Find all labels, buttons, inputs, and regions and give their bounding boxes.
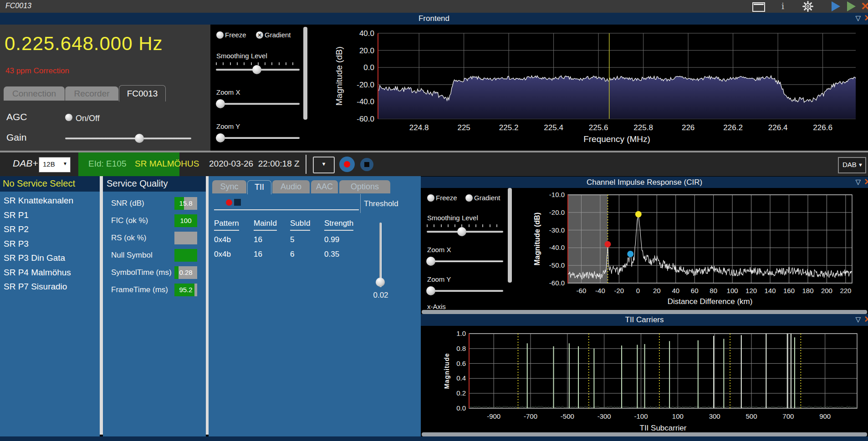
service-list-item[interactable]: SR P1	[4, 210, 29, 220]
tick-label: 20	[653, 287, 661, 294]
chevron-down-icon: ▼	[858, 162, 863, 167]
tab-sync[interactable]: Sync	[212, 180, 246, 193]
zoom-y-slider[interactable]	[427, 290, 503, 292]
panel-divider[interactable]	[100, 176, 103, 435]
tick-label: -30.0	[549, 226, 565, 234]
frontend-collapse-icon[interactable]: ▽	[855, 14, 861, 22]
record-playback-icon[interactable]	[847, 1, 856, 11]
close-icon[interactable]: ✕	[861, 0, 868, 13]
record-options-dropdown[interactable]: ▼	[313, 157, 335, 173]
zoom-x-label: Zoom X	[216, 88, 240, 96]
chevron-down-icon: ▼	[63, 161, 67, 166]
tii-carriers-close-icon[interactable]: ✕	[864, 314, 868, 324]
frontend-close-icon[interactable]: ✕	[864, 13, 868, 23]
freeze-label: Freeze	[225, 31, 246, 39]
yellow-marker	[635, 211, 642, 218]
tick-label: -100	[634, 412, 648, 420]
threshold-slider-handle[interactable]	[376, 278, 385, 287]
tick-label: 120	[745, 287, 757, 294]
quality-badge-value	[174, 232, 197, 244]
controls-scrollbar[interactable]	[303, 27, 307, 120]
tab-aac[interactable]: AAC	[311, 180, 338, 193]
tick-label: -500	[561, 412, 574, 420]
service-quality-panel: Service Quality SNR (dB)15.8FIC (ok %)10…	[103, 176, 206, 436]
tab-fc0013[interactable]: FC0013	[119, 85, 166, 101]
tick-label: 40	[672, 287, 679, 294]
freeze-toggle[interactable]	[216, 31, 224, 39]
service-list-item[interactable]: SR P7 Sisuradio	[4, 282, 67, 292]
zoom-x-slider-handle[interactable]	[216, 99, 225, 108]
zoom-x-slider-handle[interactable]	[426, 257, 435, 266]
red-marker	[604, 241, 611, 248]
tick-label: 160	[783, 287, 795, 294]
service-list-item[interactable]: SR P3 Din Gata	[4, 253, 65, 263]
bottom-strip	[0, 436, 868, 441]
tick-label: 80	[710, 287, 717, 294]
quality-row-label: FIC (ok %)	[111, 216, 148, 225]
zoom-y-label: Zoom Y	[427, 275, 451, 283]
zoom-y-slider[interactable]	[216, 137, 300, 139]
quality-badge: 100	[174, 214, 197, 227]
tick-label: 0.2	[456, 389, 466, 397]
info-icon[interactable]: i	[781, 1, 784, 11]
service-list-item[interactable]: SR Knattekanalen	[4, 196, 73, 206]
controls-scrollbar[interactable]	[508, 188, 512, 283]
service-list-item[interactable]: SR P4 Malmöhus	[4, 268, 71, 278]
service-list-item[interactable]: SR P2	[4, 224, 29, 234]
tick-label: 0.0	[456, 404, 466, 412]
table-header: Pattern	[214, 219, 239, 231]
stop-square-icon	[364, 162, 369, 167]
blue-marker	[627, 251, 633, 257]
stop-button[interactable]	[360, 158, 373, 171]
cir-trace	[568, 216, 852, 279]
zoom-x-slider[interactable]	[216, 103, 300, 105]
title-bar: FC0013 i ✕	[0, 0, 868, 13]
sync-status-dot-icon	[226, 199, 232, 206]
tab-audio[interactable]: Audio	[272, 180, 310, 193]
cir-close-icon[interactable]: ✕	[864, 177, 868, 187]
tab-recorder[interactable]: Recorder	[65, 86, 118, 101]
zoom-y-slider-handle[interactable]	[426, 286, 435, 295]
tab-connection[interactable]: Connection	[4, 86, 65, 101]
gear-icon[interactable]	[802, 1, 813, 14]
agc-toggle[interactable]	[65, 114, 72, 121]
table-header: MainId	[254, 219, 277, 231]
quality-badge: 15.8	[174, 197, 197, 210]
tick-label: 0	[636, 287, 640, 294]
cir-horizontal-scrollbar[interactable]	[422, 310, 867, 314]
cir-collapse-icon[interactable]: ▽	[855, 178, 861, 186]
smoothing-label: Smoothing Level	[216, 52, 267, 60]
spectrum-window-icon[interactable]	[752, 2, 765, 12]
gain-slider[interactable]	[65, 137, 191, 139]
tick-label: -40.0	[549, 243, 565, 251]
table-cell: 6	[290, 250, 294, 259]
dab-status-bar: DAB+ 12B ▼ EId: E105 SR MALMÖHUS 2020-03…	[0, 151, 868, 176]
tii-horizontal-scrollbar[interactable]	[422, 432, 867, 436]
gradient-toggle[interactable]	[465, 194, 473, 202]
smoothing-slider-handle[interactable]	[457, 227, 466, 236]
output-mode-select[interactable]: DAB ▼	[838, 157, 866, 173]
gain-slider-handle[interactable]	[135, 134, 144, 143]
frequency-readout: 0.225.648.000 Hz	[5, 33, 163, 55]
tick-label: 225.8	[633, 123, 653, 132]
divider	[214, 209, 359, 210]
x-axis-title: Distance Difference (km)	[668, 297, 753, 306]
service-list-item[interactable]: SR P3	[4, 239, 29, 249]
zoom-x-slider[interactable]	[427, 260, 503, 262]
tab-options[interactable]: Options	[339, 180, 390, 193]
tii-carriers-collapse-icon[interactable]: ▽	[855, 315, 861, 324]
freeze-toggle[interactable]	[427, 194, 434, 202]
smoothing-slider-handle[interactable]	[252, 65, 261, 74]
tick-label: 300	[709, 412, 720, 420]
record-dot-icon	[344, 161, 350, 167]
tick-label: 226	[682, 123, 694, 132]
record-button[interactable]	[339, 157, 355, 172]
zoom-y-slider-handle[interactable]	[216, 133, 225, 142]
gradient-toggle[interactable]: ✕	[256, 31, 263, 39]
tab-tii[interactable]: TII	[247, 180, 271, 194]
ppm-correction: 43 ppm Correction	[5, 66, 69, 76]
start-playback-icon[interactable]	[832, 1, 840, 11]
tick-label: 225.4	[544, 123, 563, 132]
tick-label: 0.4	[456, 374, 466, 382]
channel-select[interactable]: 12B ▼	[39, 157, 71, 172]
